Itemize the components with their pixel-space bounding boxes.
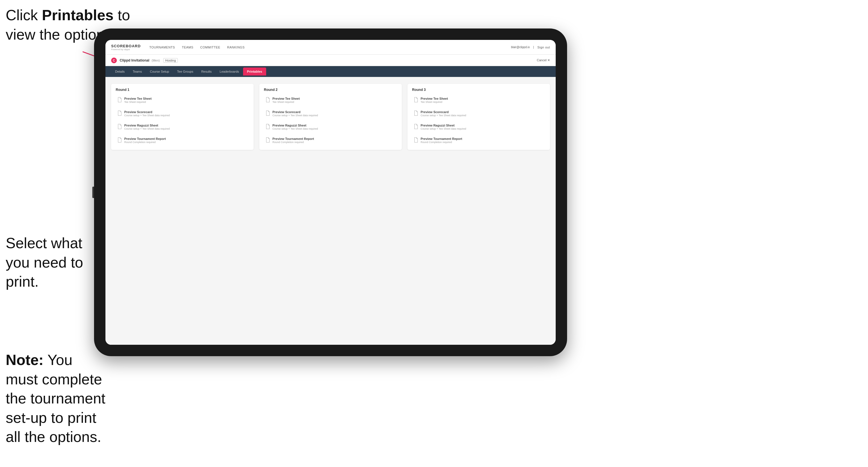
- r3-report-sub: Round Completion required: [421, 141, 462, 144]
- r3-raguzzi[interactable]: Preview Raguzzi Sheet Course setup + Tee…: [411, 121, 547, 132]
- tablet-screen: SCOREBOARD Powered by clippd TOURNAMENTS…: [105, 40, 556, 345]
- nav-tournaments[interactable]: TOURNAMENTS: [149, 44, 175, 50]
- r2-tee-sheet-title: Preview Tee Sheet: [272, 97, 300, 100]
- r3-scorecard-title: Preview Scorecard: [421, 110, 466, 114]
- r2-tee-sheet-icon: [266, 97, 270, 103]
- r1-scorecard-sub: Course setup + Tee Sheet data required: [124, 114, 170, 117]
- brand: SCOREBOARD Powered by clippd: [111, 44, 141, 51]
- r2-scorecard-sub: Course setup + Tee Sheet data required: [272, 114, 318, 117]
- nav-user: blair@clippd.io: [511, 45, 530, 49]
- round-1-header: Round 1: [111, 84, 254, 95]
- nav-separator: |: [533, 45, 534, 49]
- r3-tee-sheet[interactable]: Preview Tee Sheet Tee Sheet required: [411, 95, 547, 106]
- rounds-grid: Round 1 Preview Tee Sheet Tee Sheet requ…: [111, 84, 550, 150]
- tab-results[interactable]: Results: [197, 67, 216, 75]
- round-2-header: Round 2: [259, 84, 402, 95]
- r1-scorecard-text: Preview Scorecard Course setup + Tee She…: [124, 110, 170, 117]
- r1-raguzzi-icon: [117, 124, 122, 130]
- r1-raguzzi-title: Preview Raguzzi Sheet: [124, 124, 170, 127]
- tournament-gender: (Men): [152, 59, 160, 62]
- round-3-header: Round 3: [407, 84, 550, 95]
- nav-committee[interactable]: COMMITTEE: [200, 44, 221, 50]
- tab-leaderboards[interactable]: Leaderboards: [216, 67, 243, 75]
- r3-scorecard-text: Preview Scorecard Course setup + Tee She…: [421, 110, 466, 117]
- r1-raguzzi-sub: Course setup + Tee Sheet data required: [124, 127, 170, 130]
- r3-scorecard[interactable]: Preview Scorecard Course setup + Tee She…: [411, 108, 547, 119]
- r2-report-title: Preview Tournament Report: [272, 137, 314, 141]
- r1-report-title: Preview Tournament Report: [124, 137, 166, 141]
- r3-tee-sheet-title: Preview Tee Sheet: [421, 97, 448, 100]
- cancel-button[interactable]: Cancel ✕: [537, 58, 550, 62]
- r1-tee-sheet[interactable]: Preview Tee Sheet Tee Sheet required: [115, 95, 250, 106]
- r1-raguzzi[interactable]: Preview Raguzzi Sheet Course setup + Tee…: [115, 121, 250, 132]
- annotation-middle: Select what you need to print.: [6, 234, 97, 291]
- r3-report-icon: [414, 137, 418, 143]
- tab-printables[interactable]: Printables: [243, 67, 266, 75]
- tab-course-setup[interactable]: Course Setup: [146, 67, 173, 75]
- r1-tee-sheet-sub: Tee Sheet required: [124, 101, 152, 103]
- nav-rankings[interactable]: RANKINGS: [227, 44, 245, 50]
- r2-raguzzi-sub: Course setup + Tee Sheet data required: [272, 127, 318, 130]
- annotation-bold: Printables: [42, 7, 114, 23]
- r2-raguzzi-icon: [266, 124, 270, 130]
- tab-tee-groups[interactable]: Tee Groups: [173, 67, 197, 75]
- r1-report-sub: Round Completion required: [124, 141, 166, 144]
- r3-scorecard-sub: Course setup + Tee Sheet data required: [421, 114, 466, 117]
- sub-nav: Details Teams Course Setup Tee Groups Re…: [105, 66, 556, 77]
- r1-tee-sheet-text: Preview Tee Sheet Tee Sheet required: [124, 97, 152, 103]
- round-3-section: Round 3 Preview Tee Sheet Tee Sheet requ…: [407, 84, 550, 150]
- round-3-items: Preview Tee Sheet Tee Sheet required Pre…: [407, 95, 550, 150]
- r2-tee-sheet-text: Preview Tee Sheet Tee Sheet required: [272, 97, 300, 103]
- r1-report-text: Preview Tournament Report Round Completi…: [124, 137, 166, 144]
- r1-tee-sheet-title: Preview Tee Sheet: [124, 97, 152, 100]
- r3-raguzzi-title: Preview Raguzzi Sheet: [421, 124, 466, 127]
- nav-teams[interactable]: TEAMS: [182, 44, 193, 50]
- tournament-name: Clippd Invitational: [120, 58, 149, 62]
- r2-report-text: Preview Tournament Report Round Completi…: [272, 137, 314, 144]
- nav-signout[interactable]: Sign out: [537, 44, 550, 50]
- tab-details[interactable]: Details: [111, 67, 129, 75]
- r2-report-icon: [266, 137, 270, 143]
- r3-raguzzi-icon: [414, 124, 418, 130]
- r3-tournament-report[interactable]: Preview Tournament Report Round Completi…: [411, 135, 547, 146]
- r2-tee-sheet-sub: Tee Sheet required: [272, 101, 300, 103]
- r2-scorecard-title: Preview Scorecard: [272, 110, 318, 114]
- r1-report-icon: [117, 137, 122, 143]
- round-2-items: Preview Tee Sheet Tee Sheet required Pre…: [259, 95, 402, 150]
- tab-teams[interactable]: Teams: [129, 67, 146, 75]
- round-1-items: Preview Tee Sheet Tee Sheet required Pre…: [111, 95, 254, 150]
- r2-scorecard-text: Preview Scorecard Course setup + Tee She…: [272, 110, 318, 117]
- tournament-status: Hosting: [163, 58, 178, 63]
- r2-report-sub: Round Completion required: [272, 141, 314, 144]
- r1-tee-sheet-icon: [117, 97, 122, 103]
- r1-scorecard[interactable]: Preview Scorecard Course setup + Tee She…: [115, 108, 250, 119]
- r1-scorecard-icon: [117, 111, 122, 116]
- annotation-bottom-note: Note:: [6, 352, 43, 368]
- annotation-bottom: Note: You must complete the tournament s…: [6, 350, 108, 447]
- r1-raguzzi-text: Preview Raguzzi Sheet Course setup + Tee…: [124, 124, 170, 130]
- r2-tee-sheet[interactable]: Preview Tee Sheet Tee Sheet required: [263, 95, 398, 106]
- r2-raguzzi[interactable]: Preview Raguzzi Sheet Course setup + Tee…: [263, 121, 398, 132]
- r3-raguzzi-sub: Course setup + Tee Sheet data required: [421, 127, 466, 130]
- r1-scorecard-title: Preview Scorecard: [124, 110, 170, 114]
- r3-scorecard-icon: [414, 111, 418, 116]
- top-nav: SCOREBOARD Powered by clippd TOURNAMENTS…: [105, 40, 556, 55]
- r1-tournament-report[interactable]: Preview Tournament Report Round Completi…: [115, 135, 250, 146]
- r3-report-title: Preview Tournament Report: [421, 137, 462, 141]
- r2-scorecard[interactable]: Preview Scorecard Course setup + Tee She…: [263, 108, 398, 119]
- tournament-bar: C Clippd Invitational (Men) Hosting Canc…: [105, 55, 556, 66]
- r3-tee-sheet-text: Preview Tee Sheet Tee Sheet required: [421, 97, 448, 103]
- nav-right: blair@clippd.io | Sign out: [511, 44, 550, 50]
- r3-report-text: Preview Tournament Report Round Completi…: [421, 137, 462, 144]
- r2-scorecard-icon: [266, 111, 270, 116]
- r2-tournament-report[interactable]: Preview Tournament Report Round Completi…: [263, 135, 398, 146]
- tablet-side-button[interactable]: [92, 187, 94, 198]
- nav-links: TOURNAMENTS TEAMS COMMITTEE RANKINGS: [149, 44, 511, 50]
- brand-sub: Powered by clippd: [111, 48, 141, 51]
- r3-raguzzi-text: Preview Raguzzi Sheet Course setup + Tee…: [421, 124, 466, 130]
- main-content: Round 1 Preview Tee Sheet Tee Sheet requ…: [105, 77, 556, 345]
- r3-tee-sheet-sub: Tee Sheet required: [421, 101, 448, 103]
- tablet: SCOREBOARD Powered by clippd TOURNAMENTS…: [94, 29, 567, 356]
- tournament-logo: C: [111, 58, 117, 63]
- annotation-middle-text: Select what you need to print.: [6, 235, 83, 290]
